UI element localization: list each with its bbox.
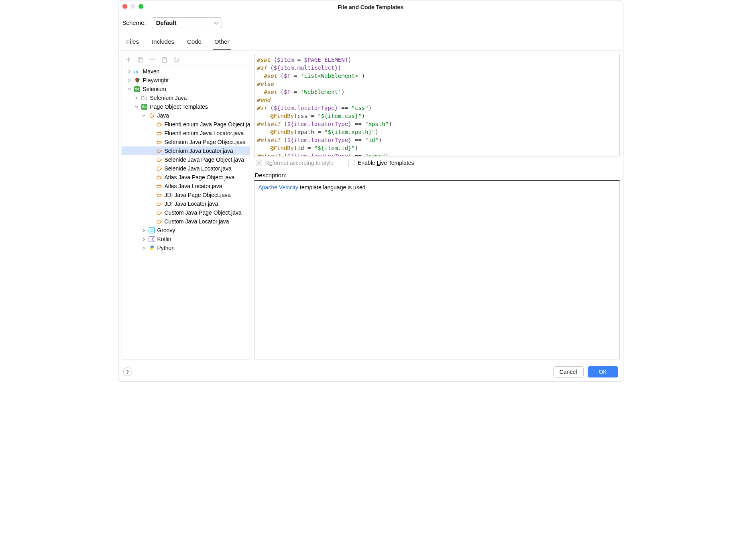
- tree-item[interactable]: Java: [122, 111, 250, 120]
- tree-item-label: Maven: [143, 68, 160, 75]
- tree-item[interactable]: JDI Java Page Object.java: [122, 191, 250, 199]
- tree-item-label: Custom Java Locator.java: [165, 218, 229, 225]
- tree-item[interactable]: Maven: [122, 67, 250, 76]
- tree-item-label: FluentLenium Java Page Object.java: [165, 121, 250, 128]
- maven-icon: [134, 68, 140, 75]
- live-templates-checkbox[interactable]: [348, 160, 354, 166]
- chevron-right-icon[interactable]: [128, 78, 132, 82]
- tree-item[interactable]: FluentLenium Java Locator.java: [122, 129, 250, 138]
- tab-other[interactable]: Other: [213, 34, 231, 50]
- tree-item[interactable]: Atlas Java Locator.java: [122, 182, 250, 191]
- tree-item-label: Atlas Java Locator.java: [165, 183, 222, 189]
- ok-button[interactable]: OK: [588, 366, 618, 377]
- tree-item-label: Page Object Templates: [150, 103, 208, 110]
- tree-item[interactable]: Custom Java Locator.java: [122, 217, 250, 226]
- window-controls: [122, 4, 143, 9]
- titlebar: File and Code Templates: [118, 0, 623, 14]
- undo-icon[interactable]: [173, 57, 180, 63]
- tree-item-label: Python: [157, 245, 175, 251]
- java-icon: [156, 192, 162, 198]
- minimize-icon[interactable]: [130, 4, 135, 9]
- tree-item[interactable]: JDI Java Locator.java: [122, 199, 250, 208]
- remove-icon[interactable]: [149, 57, 156, 63]
- groovy-icon: [149, 227, 155, 233]
- tree-item[interactable]: Selenide Java Page Object.java: [122, 155, 250, 164]
- tree-item-label: JDI Java Locator.java: [165, 201, 218, 207]
- reformat-checkbox: [256, 160, 262, 166]
- tree-item-label: Selenium Java Locator.java: [165, 148, 233, 154]
- tree-item[interactable]: Playwright: [122, 76, 250, 85]
- add-icon[interactable]: [125, 57, 132, 63]
- template-tree[interactable]: MavenPlaywrightSeSeleniumSelenium JavaSe…: [122, 65, 250, 359]
- java-icon: [156, 156, 162, 163]
- java-icon: [156, 174, 162, 181]
- tree-item[interactable]: Selenium Java Page Object.java: [122, 138, 250, 146]
- java-icon: [156, 201, 162, 207]
- help-icon[interactable]: ?: [123, 367, 132, 376]
- tree-item[interactable]: Python: [122, 243, 250, 252]
- template-list-panel: MavenPlaywrightSeSeleniumSelenium JavaSe…: [122, 54, 250, 359]
- scheme-label: Scheme:: [122, 19, 146, 26]
- description-box: Apache Velocity template language is use…: [254, 180, 620, 359]
- java-icon: [156, 218, 162, 225]
- tree-item[interactable]: Selenium Java Locator.java: [122, 146, 250, 155]
- tab-code[interactable]: Code: [185, 34, 203, 50]
- tree-item[interactable]: Groovy: [122, 226, 250, 235]
- tree-item[interactable]: Custom Java Page Object.java: [122, 208, 250, 217]
- tree-item-label: Selenium Java Page Object.java: [165, 139, 246, 145]
- close-icon[interactable]: [122, 4, 127, 9]
- selenium-icon: Se: [141, 103, 148, 110]
- java-icon: [156, 183, 162, 189]
- chevron-down-icon[interactable]: [142, 114, 146, 118]
- tree-item-label: Kotlin: [157, 236, 171, 242]
- tree-item-label: Selenium Java: [150, 95, 187, 101]
- description-label: Description:: [254, 169, 620, 180]
- java-icon: [156, 139, 162, 145]
- tree-item-label: JDI Java Page Object.java: [165, 192, 231, 198]
- selenium-icon: Se: [134, 86, 140, 92]
- zoom-icon[interactable]: [138, 4, 143, 9]
- chevron-right-icon[interactable]: [128, 69, 132, 73]
- chevron-down-icon[interactable]: [128, 87, 132, 91]
- tree-item-label: Selenium: [143, 86, 166, 92]
- tree-item-label: Selenide Java Locator.java: [165, 165, 232, 172]
- tree-item[interactable]: Selenide Java Locator.java: [122, 164, 250, 173]
- tree-item-label: Selenide Java Page Object.java: [165, 156, 244, 163]
- live-templates-option[interactable]: Enable Live Templates: [348, 160, 414, 166]
- scheme-select[interactable]: Default: [152, 17, 222, 28]
- tab-includes[interactable]: Includes: [150, 34, 176, 50]
- cancel-button[interactable]: Cancel: [553, 366, 584, 377]
- clipboard-icon[interactable]: [161, 57, 168, 63]
- chevron-down-icon[interactable]: [135, 105, 139, 109]
- tree-item-label: Groovy: [157, 227, 175, 233]
- template-code-editor[interactable]: #set ($item = $PAGE_ELEMENT)#if (${item.…: [254, 54, 620, 156]
- tree-item-label: Custom Java Page Object.java: [165, 209, 242, 216]
- tree-item[interactable]: SeSelenium: [122, 85, 250, 93]
- tree-item-label: FluentLenium Java Locator.java: [165, 130, 244, 136]
- java-icon: [156, 130, 162, 136]
- tree-item[interactable]: Atlas Java Page Object.java: [122, 173, 250, 182]
- chevron-right-icon[interactable]: [142, 246, 146, 250]
- description-text: template language is used: [298, 184, 365, 191]
- reformat-label: Reformat according to style: [265, 160, 334, 166]
- java-icon: [156, 121, 162, 128]
- chevron-right-icon[interactable]: [142, 237, 146, 241]
- tree-item[interactable]: Kotlin: [122, 235, 250, 243]
- kotlin-icon: [149, 236, 155, 242]
- chevron-right-icon[interactable]: [135, 96, 139, 100]
- reformat-option: Reformat according to style: [256, 160, 334, 166]
- java-icon: [149, 112, 155, 119]
- tree-item[interactable]: SePage Object Templates: [122, 102, 250, 111]
- tree-item-label: Java: [157, 112, 169, 119]
- tree-item[interactable]: FluentLenium Java Page Object.java: [122, 120, 250, 129]
- java-icon: [156, 165, 162, 172]
- tree-item-label: Atlas Java Page Object.java: [165, 174, 235, 181]
- copy-template-icon[interactable]: [137, 57, 144, 63]
- tree-item[interactable]: Selenium Java: [122, 93, 250, 102]
- tab-files[interactable]: Files: [125, 34, 141, 50]
- tree-item-label: Playwright: [143, 77, 169, 83]
- velocity-link[interactable]: Apache Velocity: [259, 184, 299, 191]
- chevron-right-icon[interactable]: [142, 228, 146, 232]
- template-toolbar: [122, 54, 250, 65]
- window-title: File and Code Templates: [338, 4, 403, 10]
